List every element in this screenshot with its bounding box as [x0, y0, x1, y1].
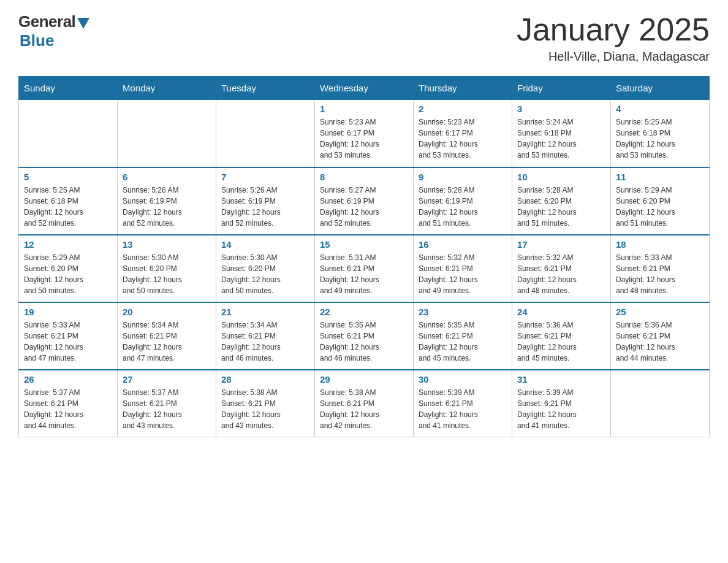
day-number: 8: [320, 172, 408, 182]
day-info: Sunrise: 5:38 AMSunset: 6:21 PMDaylight:…: [320, 387, 408, 431]
calendar-cell: 25Sunrise: 5:36 AMSunset: 6:21 PMDayligh…: [611, 302, 710, 370]
calendar-cell: 27Sunrise: 5:37 AMSunset: 6:21 PMDayligh…: [118, 370, 216, 437]
day-info: Sunrise: 5:26 AMSunset: 6:19 PMDaylight:…: [123, 185, 211, 229]
day-number: 23: [419, 307, 507, 317]
calendar-cell: 18Sunrise: 5:33 AMSunset: 6:21 PMDayligh…: [611, 235, 710, 302]
day-info: Sunrise: 5:35 AMSunset: 6:21 PMDaylight:…: [419, 320, 507, 364]
day-info: Sunrise: 5:39 AMSunset: 6:21 PMDaylight:…: [419, 387, 507, 431]
day-info: Sunrise: 5:29 AMSunset: 6:20 PMDaylight:…: [24, 252, 112, 296]
day-info: Sunrise: 5:28 AMSunset: 6:20 PMDaylight:…: [517, 185, 605, 229]
day-number: 17: [517, 239, 605, 250]
calendar-cell: 10Sunrise: 5:28 AMSunset: 6:20 PMDayligh…: [512, 167, 611, 235]
calendar-week-row: 19Sunrise: 5:33 AMSunset: 6:21 PMDayligh…: [19, 302, 710, 370]
day-number: 10: [517, 172, 605, 182]
calendar-cell: 16Sunrise: 5:32 AMSunset: 6:21 PMDayligh…: [414, 235, 512, 302]
weekday-header-thursday: Thursday: [414, 77, 512, 100]
day-info: Sunrise: 5:25 AMSunset: 6:18 PMDaylight:…: [24, 185, 112, 229]
logo-blue-text: Blue: [20, 31, 54, 50]
calendar-table: SundayMondayTuesdayWednesdayThursdayFrid…: [18, 76, 710, 437]
day-info: Sunrise: 5:23 AMSunset: 6:17 PMDaylight:…: [320, 117, 408, 161]
day-number: 12: [24, 239, 112, 250]
calendar-cell: 3Sunrise: 5:24 AMSunset: 6:18 PMDaylight…: [512, 100, 611, 167]
calendar-cell: 23Sunrise: 5:35 AMSunset: 6:21 PMDayligh…: [414, 302, 512, 370]
calendar-cell: 30Sunrise: 5:39 AMSunset: 6:21 PMDayligh…: [414, 370, 512, 437]
calendar-cell: 11Sunrise: 5:29 AMSunset: 6:20 PMDayligh…: [611, 167, 710, 235]
day-info: Sunrise: 5:34 AMSunset: 6:21 PMDaylight:…: [221, 320, 309, 364]
day-number: 25: [616, 307, 704, 317]
day-info: Sunrise: 5:31 AMSunset: 6:21 PMDaylight:…: [320, 252, 408, 296]
day-info: Sunrise: 5:26 AMSunset: 6:19 PMDaylight:…: [221, 185, 309, 229]
day-info: Sunrise: 5:38 AMSunset: 6:21 PMDaylight:…: [221, 387, 309, 431]
day-info: Sunrise: 5:36 AMSunset: 6:21 PMDaylight:…: [616, 320, 704, 364]
day-number: 21: [221, 307, 309, 317]
day-number: 29: [320, 374, 408, 385]
day-number: 22: [320, 307, 408, 317]
day-number: 13: [123, 239, 211, 250]
day-number: 31: [517, 374, 605, 385]
calendar-cell: 15Sunrise: 5:31 AMSunset: 6:21 PMDayligh…: [315, 235, 414, 302]
calendar-cell: 6Sunrise: 5:26 AMSunset: 6:19 PMDaylight…: [118, 167, 216, 235]
calendar-cell: 9Sunrise: 5:28 AMSunset: 6:19 PMDaylight…: [414, 167, 512, 235]
day-info: Sunrise: 5:23 AMSunset: 6:17 PMDaylight:…: [419, 117, 507, 161]
calendar-cell: 28Sunrise: 5:38 AMSunset: 6:21 PMDayligh…: [216, 370, 315, 437]
day-number: 1: [320, 104, 408, 114]
day-info: Sunrise: 5:34 AMSunset: 6:21 PMDaylight:…: [123, 320, 211, 364]
day-number: 28: [221, 374, 309, 385]
logo-triangle-icon: [77, 18, 89, 29]
calendar-cell: 5Sunrise: 5:25 AMSunset: 6:18 PMDaylight…: [19, 167, 118, 235]
calendar-cell: 13Sunrise: 5:30 AMSunset: 6:20 PMDayligh…: [118, 235, 216, 302]
day-number: 24: [517, 307, 605, 317]
calendar-week-row: 5Sunrise: 5:25 AMSunset: 6:18 PMDaylight…: [19, 167, 710, 235]
day-info: Sunrise: 5:30 AMSunset: 6:20 PMDaylight:…: [123, 252, 211, 296]
weekday-header-tuesday: Tuesday: [216, 77, 315, 100]
day-info: Sunrise: 5:33 AMSunset: 6:21 PMDaylight:…: [616, 252, 704, 296]
page-header: General Blue January 2025 Hell-Ville, Di…: [18, 12, 710, 64]
calendar-cell: [611, 370, 710, 437]
calendar-cell: 22Sunrise: 5:35 AMSunset: 6:21 PMDayligh…: [315, 302, 414, 370]
calendar-cell: 29Sunrise: 5:38 AMSunset: 6:21 PMDayligh…: [315, 370, 414, 437]
weekday-header-row: SundayMondayTuesdayWednesdayThursdayFrid…: [19, 77, 710, 100]
day-number: 6: [123, 172, 211, 182]
day-info: Sunrise: 5:32 AMSunset: 6:21 PMDaylight:…: [517, 252, 605, 296]
calendar-cell: 19Sunrise: 5:33 AMSunset: 6:21 PMDayligh…: [19, 302, 118, 370]
calendar-cell: 1Sunrise: 5:23 AMSunset: 6:17 PMDaylight…: [315, 100, 414, 167]
day-info: Sunrise: 5:35 AMSunset: 6:21 PMDaylight:…: [320, 320, 408, 364]
day-number: 5: [24, 172, 112, 182]
calendar-week-row: 1Sunrise: 5:23 AMSunset: 6:17 PMDaylight…: [19, 100, 710, 167]
title-block: January 2025 Hell-Ville, Diana, Madagasc…: [517, 12, 710, 64]
day-info: Sunrise: 5:27 AMSunset: 6:19 PMDaylight:…: [320, 185, 408, 229]
day-info: Sunrise: 5:36 AMSunset: 6:21 PMDaylight:…: [517, 320, 605, 364]
calendar-cell: 12Sunrise: 5:29 AMSunset: 6:20 PMDayligh…: [19, 235, 118, 302]
calendar-cell: [216, 100, 315, 167]
day-info: Sunrise: 5:37 AMSunset: 6:21 PMDaylight:…: [24, 387, 112, 431]
calendar-cell: 4Sunrise: 5:25 AMSunset: 6:18 PMDaylight…: [611, 100, 710, 167]
day-info: Sunrise: 5:28 AMSunset: 6:19 PMDaylight:…: [419, 185, 507, 229]
day-number: 27: [123, 374, 211, 385]
calendar-cell: [118, 100, 216, 167]
day-info: Sunrise: 5:33 AMSunset: 6:21 PMDaylight:…: [24, 320, 112, 364]
calendar-cell: 24Sunrise: 5:36 AMSunset: 6:21 PMDayligh…: [512, 302, 611, 370]
day-number: 4: [616, 104, 704, 114]
calendar-week-row: 26Sunrise: 5:37 AMSunset: 6:21 PMDayligh…: [19, 370, 710, 437]
day-info: Sunrise: 5:30 AMSunset: 6:20 PMDaylight:…: [221, 252, 309, 296]
day-number: 14: [221, 239, 309, 250]
calendar-cell: 17Sunrise: 5:32 AMSunset: 6:21 PMDayligh…: [512, 235, 611, 302]
day-number: 26: [24, 374, 112, 385]
day-number: 9: [419, 172, 507, 182]
day-number: 18: [616, 239, 704, 250]
day-info: Sunrise: 5:25 AMSunset: 6:18 PMDaylight:…: [616, 117, 704, 161]
weekday-header-friday: Friday: [512, 77, 611, 100]
day-number: 16: [419, 239, 507, 250]
calendar-cell: [19, 100, 118, 167]
day-number: 3: [517, 104, 605, 114]
day-number: 2: [419, 104, 507, 114]
subtitle: Hell-Ville, Diana, Madagascar: [517, 50, 710, 64]
day-number: 7: [221, 172, 309, 182]
calendar-cell: 2Sunrise: 5:23 AMSunset: 6:17 PMDaylight…: [414, 100, 512, 167]
logo: General Blue: [18, 12, 89, 50]
calendar-cell: 7Sunrise: 5:26 AMSunset: 6:19 PMDaylight…: [216, 167, 315, 235]
day-number: 11: [616, 172, 704, 182]
day-number: 30: [419, 374, 507, 385]
calendar-cell: 14Sunrise: 5:30 AMSunset: 6:20 PMDayligh…: [216, 235, 315, 302]
weekday-header-saturday: Saturday: [611, 77, 710, 100]
